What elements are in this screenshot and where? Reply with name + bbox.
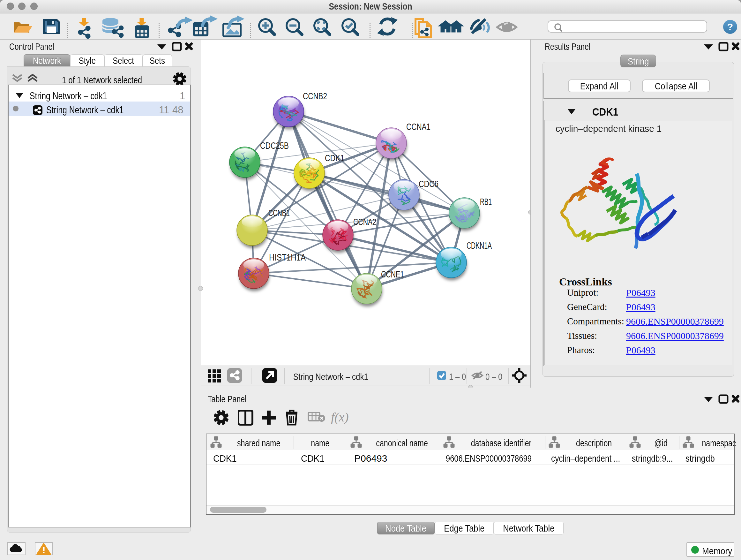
svg-text:CDK1: CDK1 [325, 153, 344, 163]
svg-text:CCNB2: CCNB2 [303, 91, 327, 101]
svg-text:CDC6: CDC6 [419, 179, 439, 189]
svg-text:HIST1H1A: HIST1H1A [269, 252, 306, 262]
svg-text:RB1: RB1 [480, 197, 492, 207]
svg-text:CDKN1A: CDKN1A [467, 240, 492, 251]
svg-text:CCNB1: CCNB1 [268, 208, 290, 218]
svg-text:CDC25B: CDC25B [260, 140, 289, 151]
svg-text:CCNE1: CCNE1 [381, 269, 404, 279]
svg-text:CCNA2: CCNA2 [353, 217, 376, 227]
svg-text:CCNA1: CCNA1 [406, 122, 430, 132]
